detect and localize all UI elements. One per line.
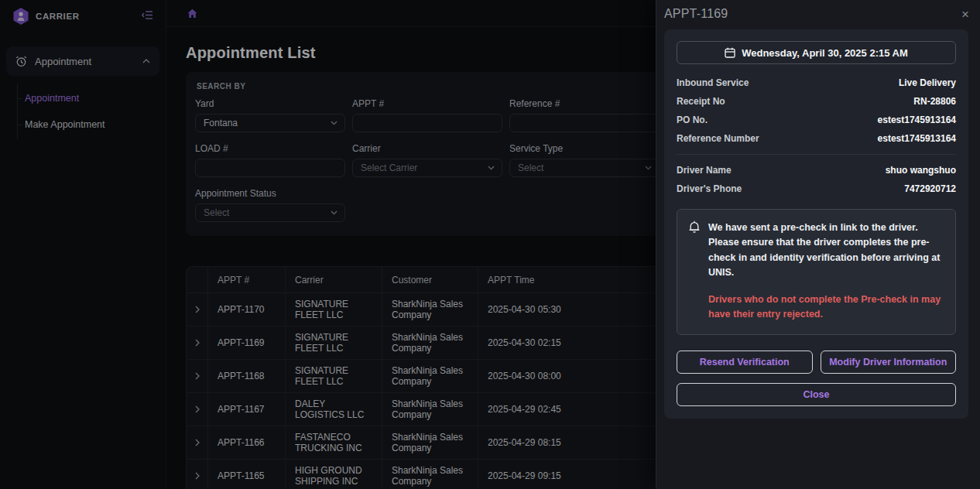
detail-row: Inbound Service Live Delivery bbox=[677, 74, 956, 92]
detail-value: estest1745913164 bbox=[878, 133, 956, 144]
detail-row: PO No. estest1745913164 bbox=[677, 111, 956, 129]
detail-row: Driver Name shuo wangshuo bbox=[677, 161, 956, 180]
detail-value: shuo wangshuo bbox=[886, 165, 956, 176]
divider bbox=[677, 154, 956, 155]
close-icon[interactable]: × bbox=[961, 8, 969, 21]
appointment-detail-card: Wednesday, April 30, 2025 2:15 AM Inboun… bbox=[664, 29, 968, 419]
notice-text: We have sent a pre-check in link to the … bbox=[708, 221, 944, 281]
detail-value: 7472920712 bbox=[904, 183, 956, 194]
detail-label: Driver's Phone bbox=[677, 183, 742, 194]
detail-label: Reference Number bbox=[677, 133, 759, 144]
detail-label: Receipt No bbox=[677, 96, 725, 107]
calendar-icon bbox=[725, 47, 735, 58]
modal-overlay[interactable] bbox=[0, 0, 656, 489]
modify-driver-information-button[interactable]: Modify Driver Information bbox=[821, 351, 957, 374]
precheck-notice: We have sent a pre-check in link to the … bbox=[677, 209, 956, 335]
detail-label: Driver Name bbox=[677, 165, 732, 176]
detail-label: Inbound Service bbox=[677, 77, 749, 88]
drawer-title: APPT-1169 bbox=[664, 7, 728, 21]
notice-texts: We have sent a pre-check in link to the … bbox=[708, 221, 944, 322]
detail-row: Receipt No RN-28806 bbox=[677, 92, 956, 111]
drawer-actions: Resend Verification Modify Driver Inform… bbox=[677, 351, 956, 374]
detail-value: estest1745913164 bbox=[878, 115, 956, 125]
drawer-header: APPT-1169 × bbox=[656, 0, 980, 28]
detail-label: PO No. bbox=[677, 115, 708, 125]
appointment-detail-drawer: APPT-1169 × Wednesday, April 30, 2025 2:… bbox=[656, 0, 980, 489]
detail-row: Reference Number estest1745913164 bbox=[677, 129, 956, 148]
detail-value: Live Delivery bbox=[899, 77, 956, 88]
resend-verification-button[interactable]: Resend Verification bbox=[677, 351, 813, 374]
notice-warning-text: Drivers who do not complete the Pre-chec… bbox=[708, 292, 944, 323]
appointment-datetime-button[interactable]: Wednesday, April 30, 2025 2:15 AM bbox=[677, 41, 956, 64]
detail-value: RN-28806 bbox=[913, 96, 956, 107]
close-button[interactable]: Close bbox=[677, 383, 956, 406]
detail-row: Driver's Phone 7472920712 bbox=[677, 180, 956, 198]
bell-icon bbox=[688, 221, 701, 322]
appointment-datetime: Wednesday, April 30, 2025 2:15 AM bbox=[742, 47, 908, 59]
